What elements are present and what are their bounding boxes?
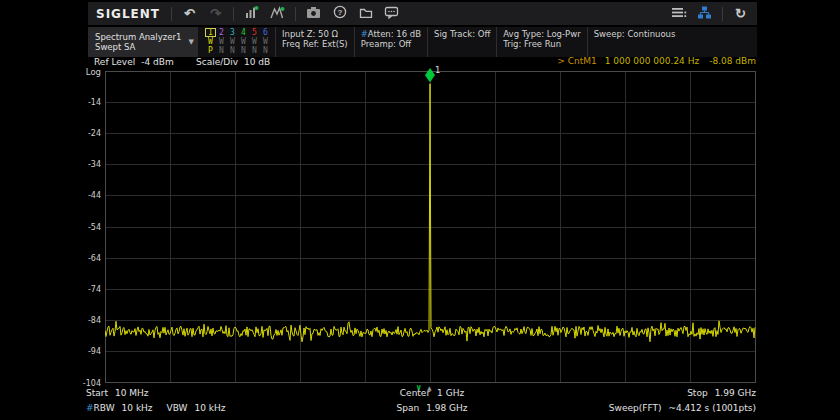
marker-diamond-icon[interactable]: ◆ <box>425 64 435 83</box>
trace-type-3[interactable]: W <box>227 37 238 46</box>
trace-type-6[interactable]: W <box>260 37 271 46</box>
vbw-label: VBW <box>167 403 188 413</box>
sweep-mode-value: Sweep: Continuous <box>594 29 676 39</box>
scale-div-label: Scale/Div <box>196 57 238 67</box>
help-button[interactable]: ? <box>331 5 348 23</box>
sig-track-value: Sig Track: Off <box>434 29 490 39</box>
span-field[interactable]: Span1.98 GHz <box>396 403 467 413</box>
network-button[interactable] <box>696 5 713 23</box>
preamp-value: Preamp: Off <box>361 39 412 49</box>
y-tick-label: -94 <box>88 347 101 356</box>
marker-readout[interactable]: > CntM11 000 000 000.24 Hz-8.08 dBm <box>557 56 756 66</box>
screenshot-button[interactable] <box>305 5 322 23</box>
trace-detector-5[interactable]: N <box>249 46 260 55</box>
ref-level-value: -4 dBm <box>141 57 174 67</box>
trace-type-1[interactable]: W <box>205 37 216 46</box>
span-value: 1.98 GHz <box>426 403 467 413</box>
toolbar-divider <box>171 7 172 21</box>
stop-freq-field[interactable]: Stop1.99 GHz <box>687 388 756 398</box>
history-icon: ↻ <box>735 7 746 20</box>
trace-type-4[interactable]: W <box>238 37 249 46</box>
trace-status-block[interactable]: 123456WWWWWWPNNNNN <box>198 27 275 57</box>
atten-settings-panel[interactable]: #Atten: 16 dB Preamp: Off <box>354 27 427 57</box>
trace-detector-6[interactable]: N <box>260 46 271 55</box>
mode-selector-labels: Spectrum Analyzer1 Swept SA <box>95 32 187 52</box>
message-log-button[interactable] <box>383 5 400 23</box>
graticule <box>105 71 756 383</box>
toolbar-divider <box>233 7 234 21</box>
y-tick-label: -84 <box>88 316 101 325</box>
folder-icon <box>359 6 373 22</box>
rbw-manual-flag: # <box>86 403 94 413</box>
trace-number-3[interactable]: 3 <box>227 28 238 37</box>
graticule-grid <box>105 71 756 383</box>
trace-number-4[interactable]: 4 <box>238 28 249 37</box>
redo-button[interactable]: ↷ <box>207 5 224 23</box>
sweep-value: ~4.412 s (1001pts) <box>668 403 756 413</box>
toolbar-divider <box>722 7 723 21</box>
span-label: Span <box>396 403 419 413</box>
trace-detector-1[interactable]: P <box>205 46 216 55</box>
trace-type-5[interactable]: W <box>249 37 260 46</box>
undo-icon: ↶ <box>184 7 195 20</box>
trace-number-6[interactable]: 6 <box>260 28 271 37</box>
sweep-label: Sweep(FFT) <box>609 403 662 413</box>
y-tick-label: -34 <box>88 160 101 169</box>
vbw-value: 10 kHz <box>195 403 226 413</box>
trace-number-5[interactable]: 5 <box>249 28 260 37</box>
sweep-time-field[interactable]: Sweep(FFT)~4.412 s (1001pts) <box>609 403 756 413</box>
freq-ref-value: Freq Ref: Ext(S) <box>282 39 348 49</box>
marker-frequency: 1 000 000 000.24 Hz <box>605 56 700 66</box>
y-axis-labels: Log -14-24-34-44-54-64-74-84-94-104 <box>58 0 103 420</box>
trace-number-2[interactable]: 2 <box>216 28 227 37</box>
file-manager-button[interactable] <box>357 5 374 23</box>
rbw-vbw-field[interactable]: #RBW10 kHzVBW10 kHz <box>86 403 226 413</box>
start-freq-field[interactable]: Start10 MHz <box>86 388 149 398</box>
trace-type-2[interactable]: W <box>216 37 227 46</box>
undo-button[interactable]: ↶ <box>181 5 198 23</box>
center-value: 1 GHz <box>437 388 464 398</box>
redo-icon: ↷ <box>210 7 221 20</box>
ref-level-field[interactable]: Ref Level-4 dBm <box>94 57 174 67</box>
camera-icon <box>306 6 321 22</box>
mode-line1: Spectrum Analyzer1 <box>95 32 187 42</box>
trace-markers-button[interactable] <box>243 5 260 23</box>
marker-amplitude: -8.08 dBm <box>709 56 756 66</box>
sig-track-panel[interactable]: Sig Track: Off <box>427 27 496 57</box>
y-tick-label: -24 <box>88 129 101 138</box>
center-freq-field[interactable]: Center1 GHz <box>400 388 464 398</box>
input-settings-panel[interactable]: Input Z: 50 Ω Freq Ref: Ext(S) <box>275 27 354 57</box>
spectrum-analyzer-screen: SIGLENT ↶ ↷ <box>0 0 840 420</box>
trace-detector-4[interactable]: N <box>238 46 249 55</box>
atten-value: Atten: 16 dB <box>368 29 421 39</box>
top-toolbar: SIGLENT ↶ ↷ <box>88 2 757 25</box>
message-icon <box>384 6 399 22</box>
y-tick-label: -44 <box>88 191 101 200</box>
marker-indicator: > <box>557 56 565 66</box>
trace-number-1[interactable]: 1 <box>205 28 216 37</box>
trace-detector-2[interactable]: N <box>216 46 227 55</box>
chevron-down-icon: ▼ <box>189 38 194 46</box>
mode-selector[interactable]: Spectrum Analyzer1 Swept SA ▼ <box>88 27 198 57</box>
siglent-logo: SIGLENT <box>96 7 160 21</box>
atten-manual-flag: # <box>361 29 368 39</box>
y-tick-label: -74 <box>88 285 101 294</box>
avg-trig-panel[interactable]: Avg Type: Log-Pwr Trig: Free Run <box>496 27 586 57</box>
sweep-mode-panel[interactable]: Sweep: Continuous <box>587 27 682 57</box>
peak-search-button[interactable] <box>269 5 286 23</box>
trig-value: Trig: Free Run <box>503 39 561 49</box>
rbw-value: 10 kHz <box>122 403 153 413</box>
input-z-value: Input Z: 50 Ω <box>282 29 338 39</box>
scale-div-field[interactable]: Scale/Div10 dB <box>196 57 270 67</box>
menu-list-button[interactable] <box>670 5 687 23</box>
marker-name: CntM1 <box>568 56 597 66</box>
rbw-label: RBW <box>94 403 115 413</box>
marker-number-label: 1 <box>435 65 440 75</box>
avg-type-value: Avg Type: Log-Pwr <box>503 29 580 39</box>
trace-detector-3[interactable]: N <box>227 46 238 55</box>
start-value: 10 MHz <box>115 388 149 398</box>
y-tick-label: -14 <box>88 98 101 107</box>
history-button[interactable]: ↻ <box>732 5 749 23</box>
peak-search-icon <box>270 5 285 22</box>
scale-div-value: 10 dB <box>244 57 270 67</box>
